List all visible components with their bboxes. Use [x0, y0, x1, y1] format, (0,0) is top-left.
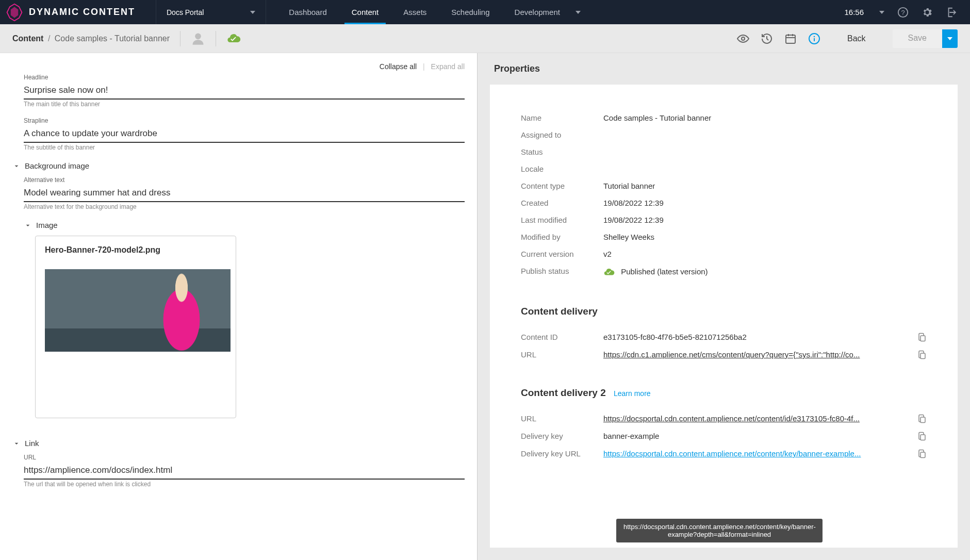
calendar-icon[interactable] [784, 32, 797, 45]
prop-pubstatus: Published (latest version) [603, 267, 927, 278]
field-strapline: Strapline The subtitle of this banner [12, 117, 465, 151]
tab-assets[interactable]: Assets [391, 0, 439, 24]
cd2-title: Content delivery 2 Learn more [521, 387, 927, 399]
portal-label: Docs Portal [167, 8, 204, 17]
nav-right: 16:56 ? [844, 0, 970, 24]
field-hint: Alternative text for the background imag… [24, 203, 465, 210]
copy-icon[interactable] [917, 350, 927, 359]
prop-label: URL [521, 414, 603, 423]
chevron-down-icon [947, 37, 952, 40]
section-image[interactable]: Image [24, 221, 465, 229]
preview-icon[interactable] [737, 32, 749, 45]
publish-status-icon [226, 31, 241, 46]
prop-modified: 19/08/2022 12:39 [603, 216, 927, 224]
prop-assigned [603, 130, 927, 139]
prop-ctype: Tutorial banner [603, 182, 927, 190]
svg-point-11 [814, 36, 815, 37]
svg-rect-14 [920, 353, 925, 359]
top-nav: DYNAMIC CONTENT Docs Portal Dashboard Co… [0, 0, 970, 24]
prop-name: Code samples - Tutorial banner [603, 113, 927, 122]
history-icon[interactable] [761, 32, 773, 45]
breadcrumb-root[interactable]: Content [12, 34, 43, 43]
tab-development[interactable]: Development [502, 0, 593, 24]
field-label: Strapline [24, 117, 465, 124]
chevron-down-icon [576, 11, 581, 14]
prop-label: Modified by [521, 233, 603, 241]
prop-label: Status [521, 147, 603, 156]
divider: | [423, 62, 425, 71]
svg-rect-12 [814, 38, 815, 41]
copy-icon[interactable] [917, 432, 927, 441]
learn-more-link[interactable]: Learn more [614, 389, 651, 398]
time-dropdown[interactable]: 16:56 [844, 8, 884, 17]
logo-icon [5, 3, 24, 22]
tab-content[interactable]: Content [339, 0, 391, 24]
nav-tabs: Dashboard Content Assets Scheduling Deve… [276, 0, 593, 24]
prop-label: Content type [521, 182, 603, 190]
cd2-dkey: banner-example [603, 432, 907, 441]
field-headline: Headline The main title of this banner [12, 74, 465, 108]
cd2-dkeyurl[interactable]: https://docsportal.cdn.content.amplience… [603, 449, 911, 458]
section-background-image[interactable]: Background image [12, 161, 465, 170]
field-label: Headline [24, 74, 465, 81]
sub-actions: Back Save [737, 29, 958, 48]
gear-icon[interactable] [922, 7, 933, 18]
back-button[interactable]: Back [847, 34, 866, 43]
prop-label: URL [521, 350, 603, 359]
image-preview [45, 269, 231, 352]
field-label: URL [24, 454, 465, 461]
chevron-down-icon [12, 162, 21, 170]
assignee-icon[interactable] [191, 31, 205, 46]
section-label: Image [36, 221, 58, 229]
portal-dropdown[interactable]: Docs Portal [156, 0, 266, 24]
svg-text:?: ? [901, 8, 905, 16]
properties-pane: Properties NameCode samples - Tutorial b… [478, 53, 970, 560]
cd2-url[interactable]: https://docsportal.cdn.content.amplience… [603, 414, 911, 423]
tab-dashboard[interactable]: Dashboard [276, 0, 339, 24]
chevron-down-icon [250, 11, 255, 14]
cd1-url[interactable]: https://cdn.c1.amplience.net/cms/content… [603, 350, 911, 359]
headline-input[interactable] [24, 82, 465, 100]
properties-title: Properties [478, 53, 970, 85]
cd1-id: e3173105-fc80-4f76-b5e5-821071256ba2 [603, 333, 911, 342]
main-split: Collapse all | Expand all Headline The m… [0, 53, 970, 560]
prop-label: Delivery key URL [521, 449, 603, 458]
prop-label: Last modified [521, 216, 603, 224]
save-dropdown[interactable] [942, 29, 958, 48]
prop-created: 19/08/2022 12:39 [603, 199, 927, 207]
pubstatus-text: Published (latest version) [621, 267, 708, 276]
copy-icon[interactable] [917, 333, 927, 342]
section-link[interactable]: Link [12, 439, 465, 448]
alt-input[interactable] [24, 185, 465, 202]
strapline-input[interactable] [24, 125, 465, 143]
collapse-all[interactable]: Collapse all [380, 62, 417, 71]
breadcrumb: Content / Code samples - Tutorial banner [12, 34, 170, 43]
svg-rect-17 [920, 452, 925, 458]
url-tooltip: https://docsportal.cdn.content.amplience… [616, 519, 823, 542]
svg-rect-15 [920, 417, 925, 423]
prop-label: Locale [521, 164, 603, 173]
collapse-expand: Collapse all | Expand all [380, 62, 465, 71]
svg-marker-1 [11, 7, 18, 18]
image-card[interactable]: Hero-Banner-720-model2.png [35, 236, 236, 418]
url-input[interactable] [24, 462, 465, 480]
sub-header: Content / Code samples - Tutorial banner… [0, 24, 970, 53]
tab-scheduling[interactable]: Scheduling [439, 0, 502, 24]
logout-icon[interactable] [946, 7, 957, 18]
time-label: 16:56 [844, 8, 864, 17]
prop-label: Current version [521, 250, 603, 258]
prop-status [603, 147, 927, 156]
brand-label: DYNAMIC CONTENT [29, 7, 135, 18]
info-icon[interactable] [808, 32, 820, 45]
help-icon[interactable]: ? [897, 7, 909, 18]
copy-icon[interactable] [917, 449, 927, 458]
divider [180, 31, 180, 46]
copy-icon[interactable] [917, 414, 927, 423]
field-hint: The main title of this banner [24, 101, 465, 108]
prop-label: Assigned to [521, 130, 603, 139]
section-label: Background image [25, 161, 89, 170]
svg-point-4 [195, 33, 201, 39]
prop-label: Content ID [521, 333, 603, 342]
prop-version: v2 [603, 250, 927, 258]
prop-label: Delivery key [521, 432, 603, 441]
